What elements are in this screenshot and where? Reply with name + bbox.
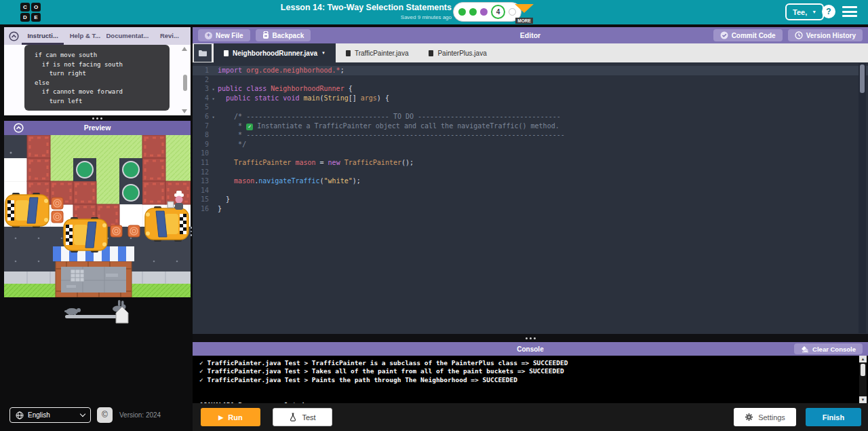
taxi-left: [5, 193, 49, 228]
file-tab[interactable]: TrafficPainter.java: [336, 43, 418, 62]
finish-label: Finish: [823, 413, 844, 421]
code-line[interactable]: 2: [193, 75, 868, 85]
file-tab[interactable]: PainterPlus.java: [418, 43, 496, 62]
test-button[interactable]: Test: [273, 408, 332, 426]
code-org-logo[interactable]: CODE: [20, 3, 41, 22]
backpack-label: Backpack: [273, 32, 304, 39]
run-label: Run: [228, 413, 242, 421]
preview-title: Preview: [84, 124, 111, 132]
left-panel-tab[interactable]: Instructi...: [22, 27, 64, 45]
code-line[interactable]: 9 */: [193, 140, 868, 149]
scroll-down-arrow-icon[interactable]: [182, 109, 187, 113]
code-line[interactable]: 5: [193, 102, 868, 112]
settings-label: Settings: [758, 413, 785, 421]
run-button[interactable]: ▶ Run: [201, 408, 260, 426]
left-panel-tab[interactable]: Help & T...: [64, 27, 106, 45]
commit-code-label: Commit Code: [732, 32, 776, 39]
code-line[interactable]: 7 * ✓ Instantiate a TrafficPainter objec…: [193, 121, 868, 131]
new-file-label: New File: [216, 32, 243, 39]
pseudocode-block: if can move south if is not facing south…: [24, 45, 170, 111]
plus-icon: +: [205, 32, 212, 39]
code-line[interactable]: 14: [193, 186, 868, 195]
check-circle-icon: [720, 31, 728, 39]
console-scrollbar[interactable]: ▲ ▼: [859, 356, 867, 403]
left-panel-tab[interactable]: Documentat...: [106, 27, 149, 45]
finish-button[interactable]: Finish: [806, 408, 861, 426]
language-value: English: [28, 411, 77, 419]
progress-dot-done[interactable]: [469, 8, 477, 16]
code-line[interactable]: 10: [193, 149, 868, 158]
file-tab[interactable]: NeighborhoodRunner.java▼: [214, 43, 336, 62]
collapse-panel-icon[interactable]: [9, 31, 19, 41]
code-line[interactable]: 8 * ------------------------------------…: [193, 130, 868, 140]
logo-letter: O: [31, 3, 41, 12]
help-button[interactable]: ?: [822, 5, 835, 18]
editor-scrollbar[interactable]: [859, 63, 866, 333]
progress-bubbles[interactable]: 4: [453, 2, 521, 22]
progress-dot-current[interactable]: 4: [491, 5, 505, 19]
file-tab-label: TrafficPainter.java: [355, 50, 408, 57]
code-line[interactable]: 16}: [193, 204, 868, 214]
top-header-bar: CODE Lesson 14: Two-Way Selection Statem…: [0, 0, 868, 24]
gear-icon: [745, 413, 753, 421]
saved-status: Saved 9 minutes ago: [99, 14, 452, 20]
hamburger-menu-button[interactable]: [842, 6, 857, 20]
collapse-preview-icon[interactable]: [14, 123, 24, 133]
console-resize-handle[interactable]: [193, 334, 868, 342]
file-browser-button[interactable]: [194, 44, 212, 62]
code-line[interactable]: 3▾public class NeighborhoodRunner {: [193, 84, 868, 94]
code-line[interactable]: 12: [193, 168, 868, 177]
backpack-icon: [262, 31, 269, 39]
clear-console-label: Clear Console: [812, 345, 856, 353]
code-line[interactable]: 6▾ /* ----------------------------------…: [193, 112, 868, 121]
file-tab-label: NeighborhoodRunner.java: [233, 50, 317, 57]
neighborhood-preview-map: [4, 135, 191, 297]
file-tab-label: PainterPlus.java: [437, 50, 486, 57]
folder-icon: [198, 50, 208, 57]
file-tabbar: NeighborhoodRunner.java▼TrafficPainter.j…: [193, 43, 868, 62]
lesson-header: Lesson 14: Two-Way Selection Statements …: [99, 3, 452, 20]
scroll-up-arrow-icon[interactable]: ▲: [859, 356, 867, 362]
version-history-label: Version History: [806, 32, 856, 39]
clear-console-button[interactable]: Clear Console: [794, 343, 863, 354]
code-line[interactable]: 4▾ public static void main(String[] args…: [193, 94, 868, 103]
test-label: Test: [302, 413, 315, 421]
traffic-cone: [52, 211, 63, 223]
backpack-button[interactable]: Backpack: [256, 29, 311, 41]
code-line[interactable]: 13 mason.navigateTraffic("white");: [193, 176, 868, 186]
version-history-button[interactable]: Version History: [788, 29, 863, 41]
code-line[interactable]: 1import org.code.neighborhood.*;: [193, 66, 868, 75]
code-line[interactable]: 11 TrafficPainter mason = new TrafficPai…: [193, 158, 868, 168]
file-icon: [429, 50, 433, 56]
progress-dot-done[interactable]: [480, 8, 488, 16]
console-header: Console Clear Console: [193, 342, 868, 356]
speed-slider[interactable]: [4, 297, 191, 329]
new-file-button[interactable]: + New File: [198, 29, 250, 41]
traffic-cone: [128, 225, 140, 237]
logo-letter: C: [20, 3, 30, 12]
play-icon: ▶: [218, 414, 223, 421]
caret-down-icon: ▼: [812, 10, 816, 14]
file-icon: [224, 50, 229, 56]
logo-letter: E: [31, 13, 41, 22]
caret-down-icon[interactable]: ▼: [321, 51, 326, 55]
taxi-right: [145, 206, 189, 242]
code-editor[interactable]: 1import org.code.neighborhood.*;23▾publi…: [193, 62, 868, 334]
horizontal-resize-handle[interactable]: [4, 115, 191, 121]
user-name: Tee,: [793, 8, 807, 16]
javalab-app: CODE Lesson 14: Two-Way Selection Statem…: [0, 0, 868, 431]
user-menu-button[interactable]: Tee, ▼: [785, 3, 824, 20]
scroll-up-arrow-icon[interactable]: [182, 47, 187, 51]
instructions-scrollbar[interactable]: [183, 75, 187, 91]
language-select[interactable]: English: [9, 407, 91, 423]
commit-code-button[interactable]: Commit Code: [713, 29, 783, 41]
more-label: MORE: [515, 18, 533, 24]
scroll-down-arrow-icon[interactable]: ▼: [859, 396, 867, 403]
code-line[interactable]: 15 }: [193, 195, 868, 204]
left-panel-tab[interactable]: Revi...: [149, 27, 191, 45]
console-output[interactable]: ✓ TrafficPainter.java Test > TrafficPain…: [193, 356, 868, 403]
progress-dot-done[interactable]: [458, 8, 466, 16]
more-levels-marker[interactable]: MORE: [513, 4, 535, 25]
settings-button[interactable]: Settings: [734, 408, 796, 426]
copyright-button[interactable]: ©: [97, 407, 113, 423]
